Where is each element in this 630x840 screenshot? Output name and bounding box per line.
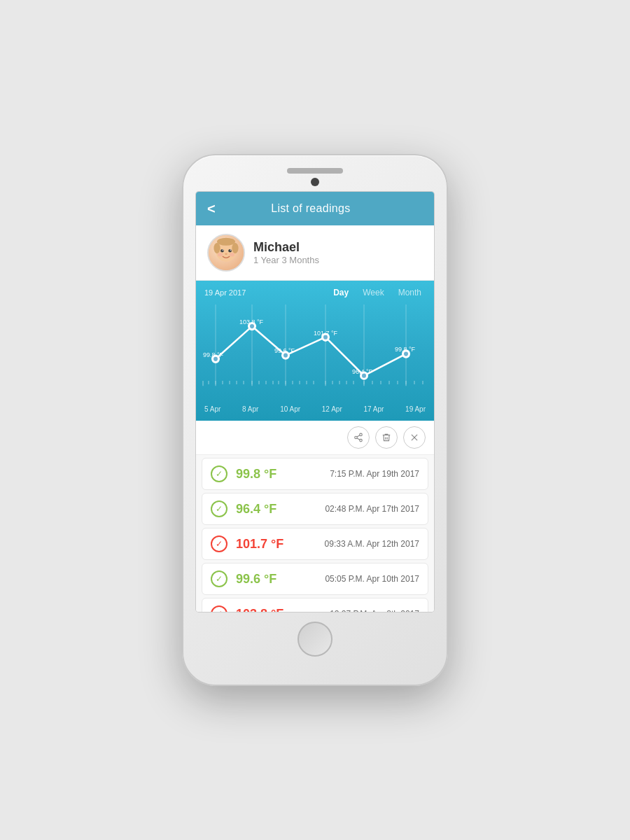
profile-age: 1 Year 3 Months — [253, 255, 319, 265]
reading-temp: 103.8 °F — [236, 607, 292, 612]
delete-button[interactable] — [375, 426, 398, 449]
chart-area: 99.8 °F 103.8 °F 99.6 °F 101.7 °F 96.4 °… — [196, 304, 434, 402]
svg-point-65 — [360, 433, 363, 436]
tab-month[interactable]: Month — [394, 286, 426, 299]
reading-datetime: 7:15 P.M. Apr 19th 2017 — [300, 469, 419, 479]
svg-text:103.8 °F: 103.8 °F — [239, 318, 263, 326]
home-button[interactable] — [298, 622, 332, 657]
reading-item[interactable]: ✓ 99.6 °F 05:05 P.M. Apr 10th 2017 — [202, 563, 428, 595]
svg-point-7 — [230, 250, 231, 251]
share-button[interactable] — [347, 426, 370, 449]
avatar-inner — [209, 235, 244, 270]
reading-check: ✓ — [211, 536, 227, 552]
chart-x-label: 5 Apr — [204, 405, 220, 413]
reading-temp: 99.6 °F — [236, 572, 292, 587]
svg-text:99.6 °F: 99.6 °F — [274, 347, 295, 354]
svg-text:96.4 °F: 96.4 °F — [352, 368, 372, 374]
action-bar — [196, 421, 434, 455]
reading-temp: 99.8 °F — [236, 467, 292, 482]
svg-line-69 — [357, 435, 360, 437]
reading-item[interactable]: ✓ 101.7 °F 09:33 A.M. Apr 12th 2017 — [202, 528, 428, 560]
chart-x-label: 17 Apr — [363, 405, 384, 413]
profile-section: Michael 1 Year 3 Months — [196, 225, 434, 281]
svg-point-1 — [217, 238, 235, 246]
svg-point-9 — [218, 253, 223, 257]
svg-line-68 — [357, 438, 360, 440]
readings-list: ✓ 99.8 °F 7:15 P.M. Apr 19th 2017 ✓ 96.4… — [196, 455, 434, 612]
reading-check: ✓ — [211, 606, 227, 612]
chart-date: 19 Apr 2017 — [204, 288, 246, 297]
tab-week[interactable]: Week — [358, 286, 388, 299]
app-header: < List of readings — [196, 192, 434, 225]
phone-screen: < List of readings — [196, 192, 434, 612]
chart-x-label: 12 Apr — [322, 405, 342, 413]
svg-point-66 — [355, 436, 358, 439]
reading-item[interactable]: ✓ 103.8 °F 12:27 P.M. Apr 8th 2017 — [202, 598, 428, 612]
tab-day[interactable]: Day — [329, 286, 353, 299]
svg-point-4 — [220, 249, 224, 253]
reading-check: ✓ — [211, 465, 227, 482]
reading-check: ✓ — [211, 570, 227, 587]
reading-temp: 101.7 °F — [236, 537, 292, 552]
phone-wrapper: < List of readings — [168, 122, 462, 718]
reading-check: ✓ — [211, 500, 227, 517]
profile-name: Michael — [253, 240, 319, 255]
reading-temp: 96.4 °F — [236, 502, 292, 517]
svg-text:99.8 °F: 99.8 °F — [395, 346, 415, 353]
svg-point-10 — [230, 253, 234, 257]
reading-datetime: 09:33 A.M. Apr 12th 2017 — [300, 539, 419, 549]
export-button[interactable] — [403, 426, 426, 449]
chart-controls: 19 Apr 2017 Day Week Month — [196, 286, 434, 304]
reading-item[interactable]: ✓ 96.4 °F 02:48 P.M. Apr 17th 2017 — [202, 493, 428, 525]
reading-datetime: 02:48 P.M. Apr 17th 2017 — [300, 504, 419, 514]
chart-x-label: 19 Apr — [405, 405, 426, 413]
app-title: List of readings — [224, 202, 398, 215]
back-button[interactable]: < — [207, 201, 216, 217]
svg-point-3 — [232, 243, 238, 253]
svg-point-5 — [228, 249, 232, 253]
chart-x-label: 10 Apr — [280, 405, 300, 413]
phone-camera — [311, 178, 319, 186]
svg-point-67 — [360, 439, 363, 442]
chart-tabs: Day Week Month — [329, 286, 426, 299]
chart-svg: 99.8 °F 103.8 °F 99.6 °F 101.7 °F 96.4 °… — [196, 304, 434, 402]
svg-text:101.7 °F: 101.7 °F — [314, 329, 337, 336]
avatar — [207, 234, 245, 272]
reading-datetime: 12:27 P.M. Apr 8th 2017 — [300, 609, 419, 612]
reading-item[interactable]: ✓ 99.8 °F 7:15 P.M. Apr 19th 2017 — [202, 458, 428, 490]
chart-x-labels: 5 Apr 8 Apr 10 Apr 12 Apr 17 Apr 19 Apr — [196, 402, 434, 417]
phone-body: < List of readings — [182, 154, 448, 686]
baby-avatar-svg — [207, 235, 245, 270]
chart-x-label: 8 Apr — [242, 405, 258, 413]
svg-point-2 — [214, 243, 220, 253]
svg-text:99.8 °F: 99.8 °F — [203, 351, 223, 358]
phone-speaker — [287, 168, 343, 174]
reading-datetime: 05:05 P.M. Apr 10th 2017 — [300, 574, 419, 584]
profile-info: Michael 1 Year 3 Months — [253, 240, 319, 265]
svg-point-8 — [225, 253, 227, 255]
chart-section: 19 Apr 2017 Day Week Month — [196, 281, 434, 421]
svg-point-6 — [223, 250, 223, 251]
